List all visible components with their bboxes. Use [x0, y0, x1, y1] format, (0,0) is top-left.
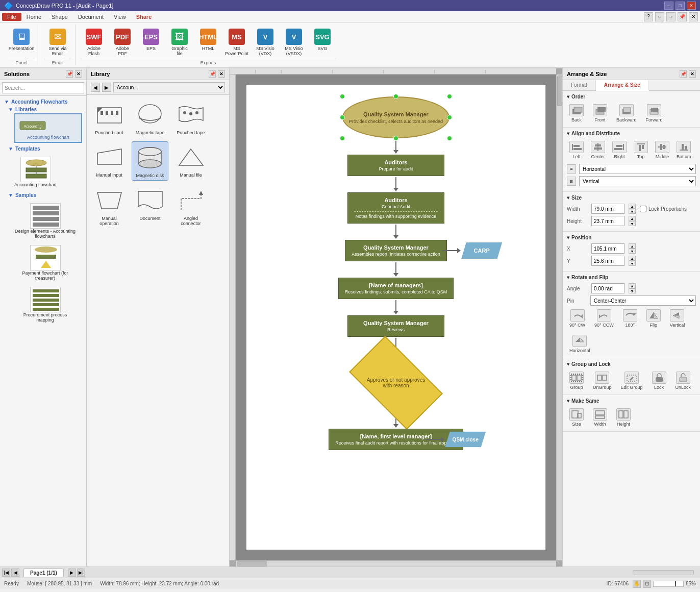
width-input[interactable] [591, 204, 624, 214]
shape-magnetic-disk[interactable]: Magnetic disk [132, 141, 168, 181]
library-close-btn[interactable]: ✕ [218, 70, 225, 78]
shape-manual-input[interactable]: Manual input [91, 141, 128, 181]
libraries-toggle[interactable]: ▼ Libraries [8, 106, 82, 113]
page-next-btn[interactable]: ▶ [68, 569, 76, 577]
pin-btn[interactable]: 📌 [678, 12, 687, 21]
angle-down-btn[interactable]: ▼ [629, 288, 636, 293]
shape-punched-tape[interactable]: Punched tape [172, 99, 209, 137]
order-forward-btn[interactable]: Forward [643, 103, 665, 124]
rotate-90ccw-btn[interactable]: 90° CCW [592, 308, 616, 329]
align-bottom-btn[interactable]: Bottom [674, 139, 694, 161]
menu-share[interactable]: Share [131, 13, 157, 21]
order-back-btn[interactable]: Back [567, 103, 586, 124]
flowchart-node-1[interactable]: Quality System Manager Provides checklis… [342, 96, 449, 138]
x-down-btn[interactable]: ▼ [629, 249, 636, 254]
qsm-close-node[interactable]: QSM close [445, 432, 486, 448]
align-middle-btn[interactable]: Middle [653, 139, 672, 161]
ribbon-btn-flash[interactable]: SWF AdobeFlash [81, 27, 107, 58]
flowchart-container[interactable]: Quality System Manager Provides checklis… [246, 85, 545, 550]
group-btn[interactable]: Group [567, 370, 586, 391]
flowchart-node-7[interactable]: Approves or not approves with reason [355, 357, 437, 408]
scroll-thumb-h[interactable] [237, 561, 267, 566]
minimize-btn[interactable]: ─ [664, 2, 673, 10]
restore-btn[interactable]: □ [676, 2, 685, 10]
sample-payment-flowchart[interactable]: Payment flowchart (for treasurer) [12, 243, 78, 283]
menu-document[interactable]: Document [73, 13, 109, 21]
rotate-180-btn[interactable]: 180° [620, 308, 640, 329]
library-nav-back[interactable]: ◀ [91, 83, 100, 92]
samples-toggle[interactable]: ▼ Samples [8, 191, 82, 199]
distribute-h-select[interactable]: Horizontal [579, 164, 696, 174]
accounting-flowchart-thumb[interactable]: Accounting Accounting flowchart [14, 113, 82, 143]
height-input[interactable] [591, 216, 624, 226]
scroll-thumb-v[interactable] [557, 76, 562, 106]
shape-manual-file[interactable]: Manual file [172, 141, 209, 181]
library-pin-btn[interactable]: 📌 [209, 70, 216, 78]
angle-up-btn[interactable]: ▲ [629, 283, 636, 288]
page-tab-1[interactable]: Page1 (1/1) [23, 569, 64, 577]
arrange-pin-btn[interactable]: 📌 [680, 70, 687, 78]
make-same-size-btn[interactable]: Size [567, 407, 586, 428]
distribute-v-select[interactable]: Vertical [579, 176, 696, 186]
solutions-close-btn[interactable]: ✕ [75, 70, 82, 78]
ribbon-btn-presentation[interactable]: 🖥 Presentation [8, 27, 35, 53]
ribbon-btn-graphic[interactable]: 🖼 Graphicfile [166, 27, 193, 58]
ribbon-btn-email[interactable]: ✉ Send viaEmail [44, 27, 71, 58]
menu-view[interactable]: View [109, 13, 131, 21]
make-same-height-btn[interactable]: Height [614, 407, 633, 428]
order-front-btn[interactable]: Front [590, 103, 610, 124]
menu-home[interactable]: Home [21, 13, 46, 21]
nav-fwd-btn[interactable]: → [666, 12, 676, 21]
close-panel-btn[interactable]: ✕ [689, 12, 698, 21]
ribbon-btn-html[interactable]: HTML HTML [195, 27, 221, 53]
y-down-btn[interactable]: ▼ [629, 261, 636, 266]
y-up-btn[interactable]: ▲ [629, 256, 636, 261]
distribute-v-icon[interactable]: ⫼ [567, 177, 576, 186]
ribbon-btn-svg[interactable]: SVG SVG [309, 27, 336, 53]
x-input[interactable] [591, 243, 624, 254]
shape-punched-card[interactable]: Punched card [91, 99, 128, 137]
height-down-btn[interactable]: ▼ [629, 221, 636, 226]
zoom-slider[interactable] [653, 581, 684, 587]
library-dropdown[interactable]: Accoun... [113, 82, 225, 92]
flowchart-node-3[interactable]: Auditors Conduct Audit Notes findings wi… [347, 192, 444, 224]
lock-btn[interactable]: Lock [649, 370, 669, 391]
flip-vertical-btn[interactable]: Vertical [667, 308, 688, 329]
align-right-btn[interactable]: Right [610, 139, 629, 161]
ribbon-btn-pdf[interactable]: PDF AdobePDF [109, 27, 136, 58]
ribbon-btn-ppt[interactable]: MS MSPowerPoint [223, 27, 250, 58]
tab-arrange-size[interactable]: Arrange & Size [596, 80, 649, 91]
accounting-flowcharts-toggle[interactable]: ▼ Accounting Flowcharts [4, 98, 82, 106]
sample-design-elements[interactable]: Design elements - Accounting flowcharts [12, 201, 78, 241]
close-btn[interactable]: ✕ [687, 2, 696, 10]
ribbon-btn-eps[interactable]: EPS EPS [138, 27, 164, 53]
canvas-area[interactable]: | | | | | | [230, 68, 562, 566]
solutions-pin-btn[interactable]: 📌 [66, 70, 73, 78]
page-prev-btn[interactable]: ◀ [11, 569, 19, 577]
flowchart-node-8[interactable]: [Name, first level manager] Receives fin… [329, 429, 463, 450]
library-nav-fwd[interactable]: ▶ [102, 83, 111, 92]
vertical-scrollbar[interactable] [556, 75, 562, 560]
width-up-btn[interactable]: ▲ [629, 204, 636, 209]
distribute-h-icon[interactable]: ≡ [567, 164, 576, 174]
ribbon-btn-visio-vdx[interactable]: V MS Visio(VDX) [252, 27, 279, 58]
page-last-btn[interactable]: ▶| [77, 569, 85, 577]
solutions-search-input[interactable] [2, 82, 84, 93]
hand-tool-btn[interactable]: ✋ [633, 580, 641, 588]
y-input[interactable] [591, 256, 624, 266]
width-down-btn[interactable]: ▼ [629, 209, 636, 214]
order-backward-btn[interactable]: Backward [614, 103, 639, 124]
make-same-width-btn[interactable]: Width [590, 407, 610, 428]
tab-format[interactable]: Format [563, 80, 596, 90]
scroll-indicator[interactable] [633, 570, 694, 575]
align-left-btn[interactable]: Left [567, 139, 586, 161]
carp-node[interactable]: CARP [461, 242, 502, 259]
angle-input[interactable] [591, 283, 624, 293]
pin-select[interactable]: Center-Center [590, 295, 696, 306]
ungroup-btn[interactable]: UnGroup [590, 370, 614, 391]
shape-document[interactable]: Document [132, 185, 168, 228]
align-top-btn[interactable]: Top [631, 139, 651, 161]
rotate-90cw-btn[interactable]: 90° CW [567, 308, 588, 329]
x-up-btn[interactable]: ▲ [629, 243, 636, 249]
flowchart-node-4[interactable]: Quality System Manager Assembles report,… [345, 240, 447, 261]
